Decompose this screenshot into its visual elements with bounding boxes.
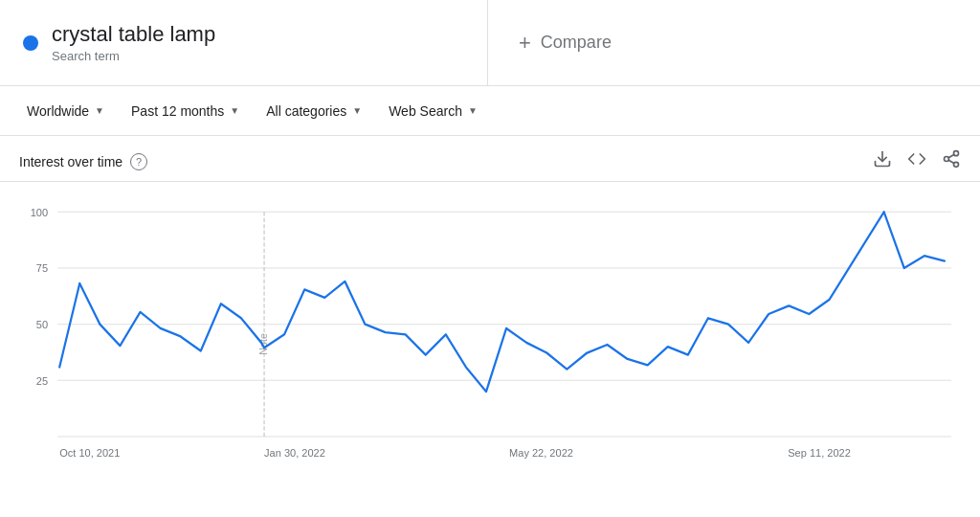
svg-text:75: 75 <box>36 262 48 274</box>
svg-text:25: 25 <box>36 374 48 386</box>
compare-plus-icon: + <box>519 31 531 56</box>
header: crystal table lamp Search term + Compare <box>0 0 980 86</box>
svg-text:50: 50 <box>36 319 48 330</box>
time-chevron-icon: ▼ <box>230 105 239 116</box>
search-term-name: crystal table lamp <box>52 22 215 47</box>
search-term-text: crystal table lamp Search term <box>52 22 215 63</box>
svg-line-5 <box>948 154 954 157</box>
search-term-type: Search term <box>52 49 215 63</box>
svg-text:Note: Note <box>258 333 269 355</box>
chart-section: Interest over time ? <box>0 136 980 507</box>
region-filter[interactable]: Worldwide ▼ <box>15 98 116 124</box>
chart-title-area: Interest over time ? <box>19 153 147 170</box>
compare-label: Compare <box>541 33 612 53</box>
help-icon[interactable]: ? <box>130 153 147 170</box>
search-term-dot <box>23 35 38 51</box>
download-icon[interactable] <box>873 149 892 173</box>
search-type-filter[interactable]: Web Search ▼ <box>377 98 489 124</box>
search-type-chevron-icon: ▼ <box>468 105 478 116</box>
svg-line-4 <box>948 160 954 163</box>
category-chevron-icon: ▼ <box>352 105 362 116</box>
share-icon[interactable] <box>942 149 961 173</box>
svg-text:Jan 30, 2022: Jan 30, 2022 <box>264 447 325 459</box>
svg-text:May 22, 2022: May 22, 2022 <box>509 447 573 459</box>
chart-header: Interest over time ? <box>0 136 980 182</box>
category-label: All categories <box>266 103 346 119</box>
region-chevron-icon: ▼ <box>95 105 104 116</box>
embed-icon[interactable] <box>907 149 926 173</box>
time-label: Past 12 months <box>131 103 224 119</box>
search-type-label: Web Search <box>389 103 462 119</box>
time-filter[interactable]: Past 12 months ▼ <box>120 98 251 124</box>
region-label: Worldwide <box>27 103 89 119</box>
chart-actions <box>873 149 961 173</box>
trend-chart: 100 75 50 25 Note Oct 10, 2021 Jan 30, 2… <box>19 191 961 498</box>
svg-text:Oct 10, 2021: Oct 10, 2021 <box>59 447 120 459</box>
svg-text:Sep 11, 2022: Sep 11, 2022 <box>788 447 851 459</box>
search-term-area: crystal table lamp Search term <box>0 0 488 85</box>
compare-area[interactable]: + Compare <box>488 0 980 85</box>
filter-bar: Worldwide ▼ Past 12 months ▼ All categor… <box>0 86 980 136</box>
category-filter[interactable]: All categories ▼ <box>255 98 373 124</box>
svg-text:100: 100 <box>31 206 48 217</box>
chart-area: 100 75 50 25 Note Oct 10, 2021 Jan 30, 2… <box>0 182 980 507</box>
chart-title: Interest over time <box>19 154 122 169</box>
